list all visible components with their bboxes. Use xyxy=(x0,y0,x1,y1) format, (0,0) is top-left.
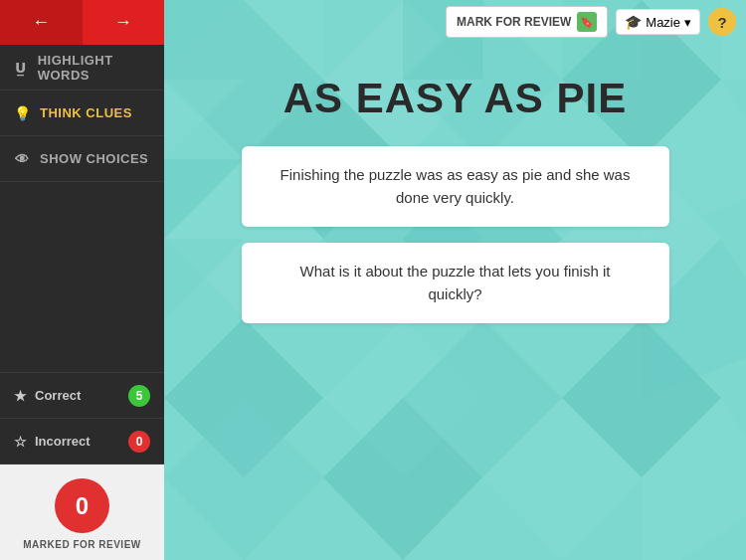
top-bar: MARK FOR REVIEW 🔖 🎓 Mazie ▾ ? xyxy=(164,0,746,44)
incorrect-label: Incorrect xyxy=(35,434,91,449)
review-count: 0 xyxy=(76,492,89,520)
eye-icon: 👁 xyxy=(14,151,30,167)
sidebar-item-show-choices[interactable]: 👁 SHOW CHOICES xyxy=(0,136,164,182)
correct-stat: ★ Correct 5 xyxy=(0,373,164,419)
mark-review-label: MARK FOR REVIEW xyxy=(457,15,571,29)
sidebar-item-highlight-words[interactable]: U̲ HIGHLIGHT WORDS xyxy=(0,45,164,91)
incorrect-stat: ☆ Incorrect 0 xyxy=(0,419,164,465)
forward-button[interactable]: → xyxy=(83,0,165,45)
main-body: AS EASY AS PIE Finishing the puzzle was … xyxy=(164,0,746,359)
correct-count: 5 xyxy=(128,385,150,407)
main-title: AS EASY AS PIE xyxy=(283,75,627,122)
sidebar-stats: ★ Correct 5 ☆ Incorrect 0 xyxy=(0,372,164,465)
underline-icon: U̲ xyxy=(14,60,28,76)
user-icon: 🎓 xyxy=(625,14,642,30)
lightbulb-icon: 💡 xyxy=(14,105,30,121)
review-label: MARKED FOR REVIEW xyxy=(23,539,141,550)
sidebar-navigation: ← → xyxy=(0,0,164,45)
correct-label: Correct xyxy=(35,388,81,403)
marked-for-review-section: 0 MARKED FOR REVIEW xyxy=(0,465,164,560)
back-button[interactable]: ← xyxy=(0,0,83,45)
review-count-circle: 0 xyxy=(55,478,109,533)
main-content: MARK FOR REVIEW 🔖 🎓 Mazie ▾ ? AS EASY AS… xyxy=(164,0,746,560)
mark-for-review-button[interactable]: MARK FOR REVIEW 🔖 xyxy=(446,6,608,38)
star-empty-icon: ☆ xyxy=(14,434,27,450)
user-name: Mazie xyxy=(646,15,680,30)
bookmark-icon: 🔖 xyxy=(577,12,597,32)
incorrect-count: 0 xyxy=(128,431,150,453)
sidebar: ← → U̲ HIGHLIGHT WORDS 💡 THINK CLUES 👁 S… xyxy=(0,0,164,560)
user-menu[interactable]: 🎓 Mazie ▾ xyxy=(616,9,700,35)
context-card: Finishing the puzzle was as easy as pie … xyxy=(242,146,669,227)
sidebar-item-think-clues[interactable]: 💡 THINK CLUES xyxy=(0,91,164,136)
sidebar-item-label: HIGHLIGHT WORDS xyxy=(38,53,150,83)
sidebar-item-label: SHOW CHOICES xyxy=(40,151,148,166)
dropdown-arrow-icon: ▾ xyxy=(684,15,691,30)
help-button[interactable]: ? xyxy=(708,8,736,36)
star-filled-icon: ★ xyxy=(14,388,27,404)
question-card: What is it about the puzzle that lets yo… xyxy=(242,243,669,323)
sidebar-item-label: THINK CLUES xyxy=(40,105,132,120)
